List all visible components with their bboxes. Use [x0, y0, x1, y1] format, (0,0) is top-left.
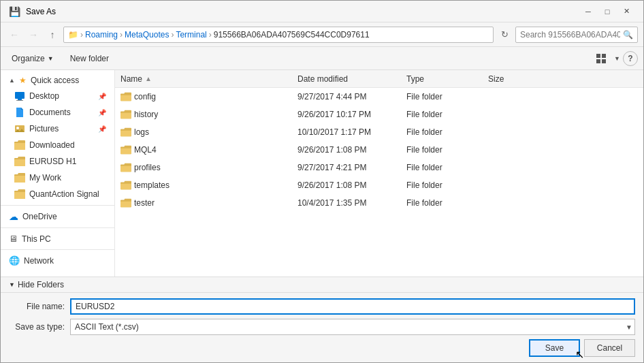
help-button[interactable]: ?: [623, 51, 638, 66]
pin-icon: 📌: [98, 93, 106, 100]
title-bar-controls: ─ □ ✕: [579, 5, 635, 18]
sort-arrow-icon: ▲: [145, 75, 152, 82]
table-row[interactable]: MQL4 9/26/2017 1:08 PM File folder: [115, 141, 643, 159]
folder-icon: [120, 198, 131, 208]
file-type: File folder: [406, 110, 488, 119]
file-date: 9/26/2017 1:08 PM: [297, 180, 406, 190]
close-button[interactable]: ✕: [617, 5, 635, 18]
search-input[interactable]: [520, 30, 620, 40]
up-button[interactable]: ↑: [44, 27, 61, 43]
dialog-title: Save As: [26, 7, 56, 16]
sidebar-item-quantaction[interactable]: QuantAction Signal: [1, 186, 114, 202]
svg-rect-5: [18, 99, 22, 100]
table-row[interactable]: profiles 9/27/2017 4:21 PM File folder: [115, 159, 643, 176]
sidebar-item-downloaded[interactable]: Downloaded: [1, 137, 114, 153]
file-date: 9/27/2017 4:44 PM: [297, 92, 406, 101]
saveas-label: Save as type:: [9, 322, 70, 332]
sidebar-item-onedrive[interactable]: ☁ OneDrive: [1, 208, 114, 225]
file-type: File folder: [406, 127, 488, 137]
table-row[interactable]: logs 10/10/2017 1:17 PM File folder: [115, 123, 643, 141]
mywork-icon: [14, 172, 25, 183]
file-date: 10/10/2017 1:17 PM: [297, 127, 406, 137]
pc-icon: 🖥: [9, 234, 18, 244]
file-type: File folder: [406, 163, 488, 172]
table-row[interactable]: history 9/26/2017 10:17 PM File folder: [115, 106, 643, 123]
folder-icon: [120, 145, 131, 155]
cloud-icon: ☁: [9, 211, 18, 222]
sidebar-divider-3: [1, 249, 114, 250]
network-icon: 🌐: [9, 255, 20, 266]
file-list-header: Name ▲ Date modified Type Size: [115, 70, 643, 88]
col-header-size[interactable]: Size: [488, 74, 543, 84]
svg-point-8: [16, 127, 19, 129]
bottom-bar: File name: Save as type: ASCII Text (*.c…: [1, 292, 643, 362]
network-label: Network: [24, 256, 54, 266]
search-box[interactable]: 🔍: [515, 27, 638, 43]
sidebar-divider-2: [1, 227, 114, 228]
sidebar-item-thispc[interactable]: 🖥 This PC: [1, 231, 114, 247]
back-button[interactable]: ←: [6, 27, 22, 43]
eurusd-icon: [14, 156, 25, 167]
breadcrumb-metaquotes[interactable]: MetaQuotes: [125, 30, 169, 40]
svg-rect-2: [596, 59, 600, 63]
view-icon: [596, 54, 607, 63]
pictures-icon: [14, 123, 25, 134]
sidebar-item-documents[interactable]: Documents 📌: [1, 104, 114, 121]
quick-access-label: Quick access: [31, 76, 79, 85]
sidebar-item-eurusd[interactable]: EURUSD H1: [1, 153, 114, 170]
file-name: templates: [134, 180, 170, 190]
sidebar-section-quick-access[interactable]: ▲ ★ Quick access: [1, 73, 114, 88]
forward-button[interactable]: →: [25, 27, 42, 43]
quantaction-icon: [14, 189, 25, 200]
pin-icon: 📌: [98, 125, 106, 133]
file-type: File folder: [406, 145, 488, 155]
saveas-select[interactable]: ASCII Text (*.csv): [70, 319, 635, 335]
maximize-button[interactable]: □: [598, 5, 616, 18]
main-content: ▲ ★ Quick access Desktop 📌 Documents 📌: [1, 70, 643, 277]
table-row[interactable]: config 9/27/2017 4:44 PM File folder: [115, 88, 643, 106]
breadcrumb-roaming[interactable]: Roaming: [85, 30, 118, 40]
chevron-down-icon: ▼: [9, 281, 15, 288]
sidebar-eurusd-label: EURUSD H1: [29, 157, 106, 166]
new-folder-button[interactable]: New folder: [65, 52, 114, 65]
breadcrumb-current: 915566BA06ADA407569C544CC0D97611: [214, 30, 370, 40]
documents-icon: [14, 107, 25, 118]
toolbar: Organize ▼ New folder ▼ ?: [1, 47, 643, 70]
breadcrumb-folder-icon: 📁: [68, 30, 78, 40]
minimize-button[interactable]: ─: [579, 5, 597, 18]
cancel-button[interactable]: Cancel: [584, 339, 635, 357]
sidebar-item-mywork[interactable]: My Work: [1, 170, 114, 186]
file-date: 9/26/2017 10:17 PM: [297, 110, 406, 119]
organize-button[interactable]: Organize ▼: [6, 52, 59, 65]
new-folder-label: New folder: [70, 54, 109, 63]
save-button[interactable]: Save: [529, 339, 580, 357]
chevron-icon: ▲: [9, 77, 15, 84]
filename-input[interactable]: [70, 298, 635, 315]
file-name: profiles: [134, 163, 161, 172]
file-list: Name ▲ Date modified Type Size: [115, 70, 643, 277]
sidebar-item-pictures[interactable]: Pictures 📌: [1, 121, 114, 137]
col-header-type[interactable]: Type: [406, 74, 488, 84]
refresh-button[interactable]: ↻: [496, 27, 513, 43]
thispc-label: This PC: [22, 234, 51, 244]
table-row[interactable]: tester 10/4/2017 1:35 PM File folder: [115, 194, 643, 212]
title-icon: 💾: [9, 6, 20, 17]
breadcrumb-terminal[interactable]: Terminal: [176, 30, 206, 40]
sidebar-item-desktop[interactable]: Desktop 📌: [1, 88, 114, 104]
col-header-date[interactable]: Date modified: [297, 74, 406, 84]
file-type: File folder: [406, 198, 488, 208]
title-bar-left: 💾 Save As: [9, 6, 56, 17]
onedrive-label: OneDrive: [22, 212, 57, 221]
col-header-name[interactable]: Name ▲: [120, 74, 297, 84]
svg-rect-6: [16, 100, 23, 101]
folder-icon: [120, 180, 131, 190]
saveas-select-wrapper: ASCII Text (*.csv) ▼: [70, 319, 635, 335]
hide-folders-bar[interactable]: ▼ Hide Folders: [1, 277, 643, 292]
view-toggle-button[interactable]: [592, 50, 611, 67]
svg-rect-3: [602, 59, 606, 63]
breadcrumb-bar[interactable]: 📁 › Roaming › MetaQuotes › Terminal › 91…: [63, 27, 494, 43]
desktop-icon: [14, 91, 25, 101]
table-row[interactable]: templates 9/26/2017 1:08 PM File folder: [115, 176, 643, 194]
sidebar-item-network[interactable]: 🌐 Network: [1, 253, 114, 268]
file-name: history: [134, 110, 158, 119]
